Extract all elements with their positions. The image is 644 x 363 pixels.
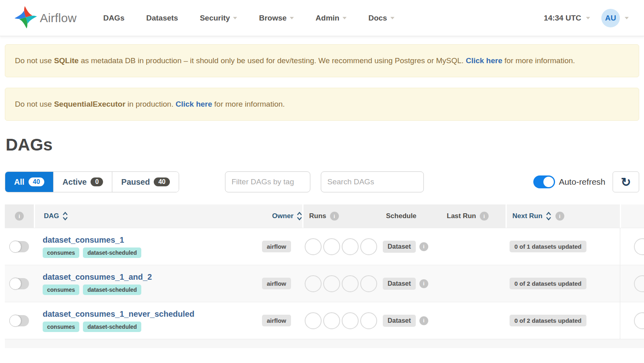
sort-owner[interactable]: Owner — [272, 211, 302, 221]
runs-success-circle[interactable] — [323, 275, 340, 292]
sort-arrows-icon — [546, 211, 551, 221]
runs-running-circle[interactable] — [342, 312, 359, 329]
tag-badge[interactable]: dataset-scheduled — [83, 248, 141, 258]
info-icon[interactable]: i — [419, 279, 428, 288]
sqlite-keyword: SQLite — [54, 56, 78, 65]
sort-dag[interactable]: DAG — [44, 211, 68, 221]
sort-next-run[interactable]: Next Run — [512, 211, 551, 221]
table-row: dataset_consumes_1_and_2 consumes datase… — [5, 265, 644, 302]
auto-refresh-label: Auto-refresh — [559, 177, 605, 187]
search-dags-input[interactable] — [321, 171, 424, 192]
schedule-badge[interactable]: Dataset — [383, 278, 416, 290]
chevron-down-icon — [343, 17, 347, 19]
schedule-badge[interactable]: Dataset — [383, 241, 416, 253]
chevron-down-icon[interactable] — [625, 17, 629, 19]
chevron-down-icon — [233, 17, 237, 19]
info-icon[interactable]: i — [419, 242, 428, 251]
recent-task-circle[interactable] — [634, 275, 644, 292]
run-status-circles — [302, 228, 383, 265]
tab-all[interactable]: All 40 — [5, 172, 53, 192]
runs-queued-circle[interactable] — [305, 312, 322, 329]
last-run-cell — [445, 265, 506, 302]
runs-running-circle[interactable] — [342, 275, 359, 292]
info-icon[interactable]: i — [419, 316, 428, 325]
column-header-next-run: Next Run i — [506, 204, 620, 228]
run-status-circles — [302, 265, 383, 302]
tab-active[interactable]: Active 0 — [53, 172, 112, 192]
tag-badge[interactable]: dataset-scheduled — [83, 285, 141, 295]
nav-item-dags[interactable]: DAGs — [103, 14, 124, 23]
sqlite-warning-link[interactable]: Click here — [466, 56, 502, 65]
runs-failed-circle[interactable] — [360, 238, 377, 255]
runs-queued-circle[interactable] — [305, 275, 322, 292]
header-info-cell: i — [5, 204, 34, 228]
column-header-schedule: Schedule — [383, 204, 445, 228]
owner-badge[interactable]: airflow — [262, 241, 291, 252]
tag-badge[interactable]: consumes — [43, 248, 79, 258]
user-avatar[interactable]: AU — [601, 9, 620, 27]
runs-failed-circle[interactable] — [360, 275, 377, 292]
run-status-circles — [302, 302, 383, 339]
auto-refresh-control: Auto-refresh ↻ — [533, 171, 639, 192]
filter-bar: All 40 Active 0 Paused 40 Auto-refresh ↻ — [5, 171, 639, 192]
runs-success-circle[interactable] — [323, 238, 340, 255]
tab-paused[interactable]: Paused 40 — [112, 172, 179, 192]
next-row-partial — [5, 339, 644, 348]
sort-arrows-icon — [62, 211, 68, 221]
dag-pause-toggle[interactable] — [10, 241, 29, 252]
info-icon[interactable]: i — [15, 212, 24, 221]
column-header-runs: Runs i — [302, 204, 383, 228]
runs-failed-circle[interactable] — [360, 312, 377, 329]
owner-badge[interactable]: airflow — [262, 315, 291, 326]
sequential-executor-warning-link[interactable]: Click here — [175, 100, 212, 108]
recent-task-circle[interactable] — [634, 238, 644, 255]
next-run-badge: 0 of 2 datasets updated — [510, 315, 586, 326]
sort-arrows-icon — [297, 211, 302, 221]
table-header-row: i DAG Owner Runs i Sch — [5, 204, 644, 228]
runs-queued-circle[interactable] — [305, 238, 322, 255]
chevron-down-icon — [586, 17, 590, 19]
runs-success-circle[interactable] — [323, 312, 340, 329]
owner-badge[interactable]: airflow — [262, 278, 291, 289]
filter-tags-input[interactable] — [225, 171, 310, 192]
dag-pause-toggle[interactable] — [10, 315, 29, 326]
column-header-overflow — [620, 204, 644, 228]
nav-item-docs[interactable]: Docs — [368, 14, 394, 23]
refresh-button[interactable]: ↻ — [613, 171, 639, 192]
active-count-badge: 0 — [91, 177, 103, 186]
table-row: dataset_consumes_1_never_scheduled consu… — [5, 302, 644, 339]
sqlite-warning-banner: Do not use SQLite as metadata DB in prod… — [5, 44, 639, 77]
paused-count-badge: 40 — [154, 177, 170, 186]
runs-running-circle[interactable] — [342, 238, 359, 255]
recent-task-circle[interactable] — [634, 312, 644, 329]
nav-item-admin[interactable]: Admin — [316, 14, 347, 23]
timezone-selector[interactable]: 14:34 UTC — [544, 14, 590, 23]
tag-badge[interactable]: dataset-scheduled — [83, 322, 141, 332]
auto-refresh-toggle[interactable] — [533, 175, 555, 188]
dag-name-link[interactable]: dataset_consumes_1_and_2 — [43, 272, 152, 282]
airflow-brand[interactable]: Airflow — [14, 6, 76, 31]
dag-tags: consumes dataset-scheduled — [43, 248, 141, 258]
info-icon[interactable]: i — [330, 212, 339, 221]
tag-badge[interactable]: consumes — [43, 322, 79, 332]
nav-item-datasets[interactable]: Datasets — [146, 14, 178, 23]
dag-name-link[interactable]: dataset_consumes_1 — [43, 235, 124, 245]
page-title: DAGs — [6, 135, 644, 155]
brand-title: Airflow — [40, 11, 76, 25]
column-header-dag: DAG — [34, 204, 250, 228]
toggle-knob — [9, 315, 21, 327]
nav-item-security[interactable]: Security — [200, 14, 237, 23]
info-icon[interactable]: i — [555, 212, 564, 221]
dag-status-filter-tabs: All 40 Active 0 Paused 40 — [5, 171, 179, 192]
dag-pause-toggle[interactable] — [10, 278, 29, 289]
main-menu: DAGs Datasets Security Browse Admin Docs — [103, 14, 394, 23]
info-icon[interactable]: i — [480, 212, 489, 221]
next-run-badge: 0 of 2 datasets updated — [510, 278, 586, 289]
tag-badge[interactable]: consumes — [43, 285, 79, 295]
sequential-executor-warning-banner: Do not use SequentialExecutor in product… — [5, 88, 639, 121]
last-run-cell — [445, 228, 506, 265]
last-run-cell — [445, 302, 506, 339]
schedule-badge[interactable]: Dataset — [383, 315, 416, 327]
nav-item-browse[interactable]: Browse — [259, 14, 294, 23]
dag-name-link[interactable]: dataset_consumes_1_never_scheduled — [43, 309, 194, 319]
